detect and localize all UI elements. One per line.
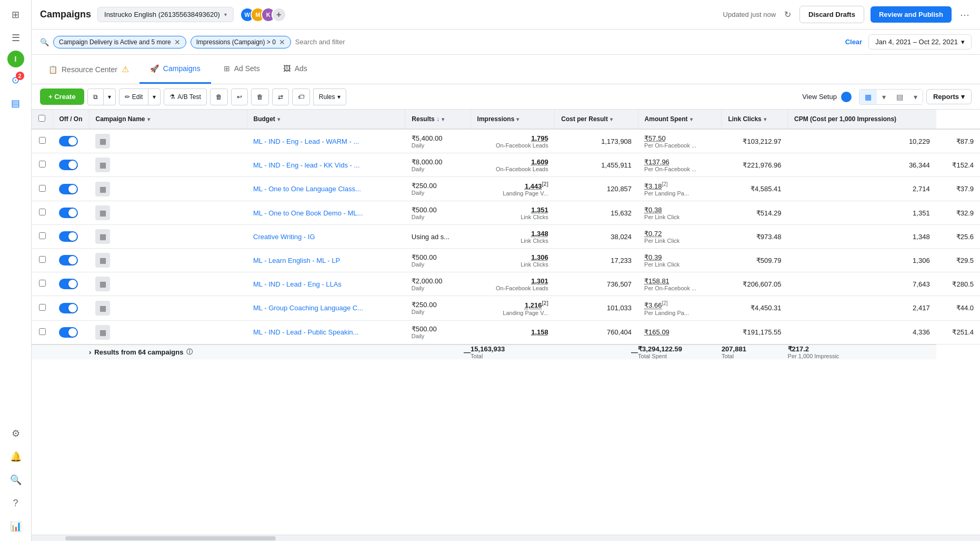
filter-chip-delivery[interactable]: Campaign Delivery is Active and 5 more ✕ (53, 36, 186, 48)
row-checkbox-cell[interactable] (32, 225, 53, 249)
list-view-chevron-button[interactable]: ▾ (908, 90, 923, 104)
row-toggle-cell[interactable] (53, 153, 89, 177)
row-checkbox-cell[interactable] (32, 272, 53, 296)
header-cost-per-result[interactable]: Cost per Result▾ (555, 110, 638, 129)
row-toggle-0[interactable] (59, 136, 78, 146)
header-budget[interactable]: Budget▾ (247, 110, 405, 129)
campaign-name-link-2[interactable]: ML - One to One Language Class... (253, 185, 361, 193)
campaign-name-link-3[interactable]: ML - One to One Book Demo - ML... (253, 209, 363, 217)
rules-button[interactable]: Rules▾ (313, 88, 346, 105)
sidebar-cookie-icon[interactable]: ⊙ 2 (5, 70, 26, 91)
results-filter-icon[interactable]: ▾ (442, 116, 444, 122)
sidebar-help-icon[interactable]: ? (5, 493, 26, 514)
row-name-cell[interactable]: ML - Learn English - ML - LP (247, 249, 405, 272)
row-checkbox-cell[interactable] (32, 296, 53, 320)
campaign-name-link-1[interactable]: ML - IND - Eng - lead - KK Vids - ... (253, 161, 359, 169)
edit-dropdown-button[interactable]: ▾ (148, 88, 161, 105)
row-checkbox-cell[interactable] (32, 249, 53, 272)
row-toggle-cell[interactable] (53, 177, 89, 201)
cost-filter-icon[interactable]: ▾ (610, 116, 613, 122)
tab-adsets[interactable]: ⊞ Ad Sets (213, 55, 271, 84)
header-results[interactable]: Results ↓▾ (405, 110, 471, 129)
row-name-cell[interactable]: ML - One to One Book Demo - ML... (247, 201, 405, 225)
campaign-name-link-0[interactable]: ML - IND - Eng - Lead - WARM - ... (253, 137, 359, 145)
row-checkbox-cell[interactable] (32, 177, 53, 201)
edit-button[interactable]: ✏Edit (119, 88, 149, 105)
delete-button[interactable]: 🗑 (210, 88, 228, 105)
row-checkbox-cell[interactable] (32, 201, 53, 225)
clear-filters-button[interactable]: Clear (845, 38, 863, 46)
campaign-name-filter-icon[interactable]: ▾ (147, 116, 150, 122)
undo-button[interactable]: ↩ (231, 88, 248, 105)
campaign-name-link-8[interactable]: ML - IND - Lead - Public Speakin... (253, 328, 358, 336)
more-options-button[interactable]: ⋯ (958, 7, 972, 23)
sidebar-search-icon[interactable]: 🔍 (5, 469, 26, 490)
row-checkbox-7[interactable] (39, 304, 46, 311)
scrollbar-thumb[interactable] (65, 536, 276, 540)
horizontal-scrollbar[interactable] (32, 535, 980, 541)
header-offon[interactable]: Off / On (53, 110, 89, 129)
header-campaign-name[interactable]: Campaign Name▾ (89, 110, 247, 129)
view-setup-toggle[interactable] (841, 92, 852, 102)
tab-campaigns[interactable]: 🚀 Campaigns (139, 55, 211, 84)
amount-filter-icon[interactable]: ▾ (690, 116, 693, 122)
row-toggle-cell[interactable] (53, 296, 89, 320)
sidebar-home-icon[interactable]: ⊞ (5, 4, 26, 25)
list-view-button[interactable]: ▤ (891, 90, 908, 104)
row-checkbox-5[interactable] (39, 256, 46, 263)
discard-drafts-button[interactable]: Discard Drafts (799, 6, 864, 23)
row-checkbox-cell[interactable] (32, 320, 53, 345)
account-selector[interactable]: Instrucko English (261355638493620) ▾ (97, 7, 234, 22)
header-link-clicks[interactable]: Link Clicks▾ (722, 110, 788, 129)
row-toggle-cell[interactable] (53, 272, 89, 296)
sidebar-list-icon[interactable]: ▤ (5, 93, 26, 114)
filter-chip-delivery-remove[interactable]: ✕ (174, 38, 181, 46)
review-publish-button[interactable]: Review and Publish (871, 6, 952, 23)
row-checkbox-cell[interactable] (32, 153, 53, 177)
row-toggle-cell[interactable] (53, 225, 89, 249)
search-filter-input[interactable] (295, 38, 374, 46)
ab-test-button[interactable]: ⚗A/B Test (164, 88, 206, 105)
budget-filter-icon[interactable]: ▾ (277, 116, 280, 122)
tab-ads[interactable]: 🖼 Ads (273, 55, 318, 84)
row-toggle-5[interactable] (59, 255, 78, 265)
select-all-checkbox[interactable] (38, 115, 45, 122)
row-checkbox-2[interactable] (39, 185, 46, 192)
impressions-filter-icon[interactable]: ▾ (516, 116, 519, 122)
campaign-name-link-6[interactable]: ML - IND - Lead - Eng - LLAs (253, 280, 342, 288)
footer-campaign-cell[interactable]: › Results from 64 campaigns ⓘ (89, 345, 247, 359)
create-button[interactable]: + Create (40, 88, 84, 105)
row-checkbox-4[interactable] (39, 232, 46, 239)
link-clicks-filter-icon[interactable]: ▾ (764, 116, 766, 122)
reports-button[interactable]: Reports▾ (926, 89, 972, 104)
redo-button[interactable]: 🗑 (251, 88, 269, 105)
row-name-cell[interactable]: ML - Group Coaching Language C... (247, 296, 405, 320)
duplicate-button[interactable]: ⇄ (272, 88, 289, 105)
campaign-name-link-4[interactable]: Creative Writing - IG (253, 233, 315, 241)
row-name-cell[interactable]: ML - IND - Eng - lead - KK Vids - ... (247, 153, 405, 177)
copy-dropdown-button[interactable]: ▾ (104, 88, 116, 105)
row-checkbox-8[interactable] (39, 328, 46, 335)
row-name-cell[interactable]: Creative Writing - IG (247, 225, 405, 249)
campaign-name-link-5[interactable]: ML - Learn English - ML - LP (253, 257, 340, 264)
row-name-cell[interactable]: ML - One to One Language Class... (247, 177, 405, 201)
tag-button[interactable]: 🏷 (292, 88, 310, 105)
row-toggle-6[interactable] (59, 279, 78, 289)
row-toggle-cell[interactable] (53, 249, 89, 272)
footer-expand-btn[interactable]: › Results from 64 campaigns ⓘ (89, 348, 247, 357)
header-amount-spent[interactable]: Amount Spent▾ (638, 110, 722, 129)
sidebar-settings-icon[interactable]: ⚙ (5, 423, 26, 444)
row-checkbox-3[interactable] (39, 209, 46, 215)
row-toggle-3[interactable] (59, 208, 78, 218)
row-toggle-7[interactable] (59, 303, 78, 313)
row-toggle-2[interactable] (59, 184, 78, 194)
filter-chip-impressions[interactable]: Impressions (Campaign) > 0 ✕ (191, 36, 291, 48)
row-toggle-8[interactable] (59, 327, 78, 338)
row-checkbox-1[interactable] (39, 161, 46, 168)
avatar-add[interactable]: + (272, 7, 286, 22)
row-toggle-cell[interactable] (53, 320, 89, 345)
header-cpm[interactable]: CPM (Cost per 1,000 Impressions) (788, 110, 936, 129)
row-toggle-cell[interactable] (53, 129, 89, 153)
row-name-cell[interactable]: ML - IND - Lead - Public Speakin... (247, 320, 405, 345)
row-name-cell[interactable]: ML - IND - Lead - Eng - LLAs (247, 272, 405, 296)
